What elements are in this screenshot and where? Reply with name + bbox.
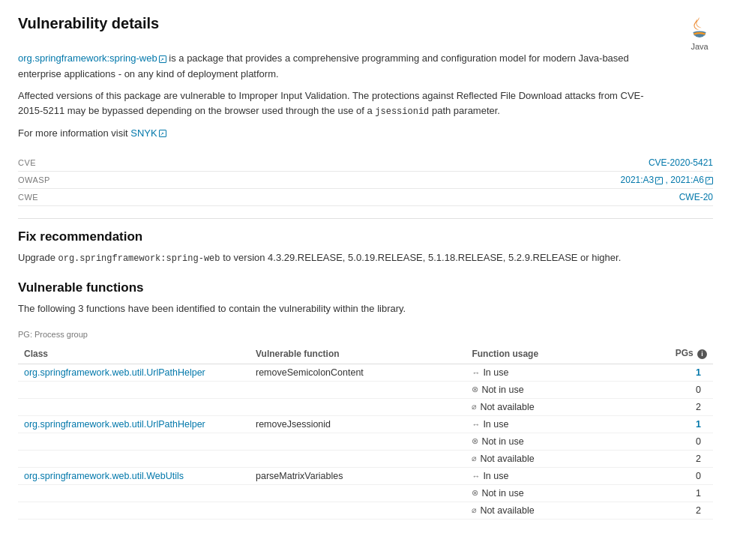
usage-icon: ⊗ [472, 385, 478, 394]
row-count: 0 [652, 467, 713, 484]
row-class [18, 398, 250, 415]
row-function [250, 484, 466, 502]
table-row: ⌀Not available2 [18, 502, 713, 519]
java-icon: Java [686, 15, 713, 51]
meta-row: CWECWE-20 [18, 189, 713, 206]
row-usage: ↔In use [466, 415, 651, 433]
usage-icon: ↔ [472, 472, 480, 481]
table-row: ⊗Not in use1 [18, 484, 713, 502]
page-title: Vulnerability details [18, 15, 159, 32]
java-label: Java [691, 42, 708, 51]
meta-row: OWASP2021:A3 , 2021:A6 [18, 172, 713, 189]
vuln-section: Vulnerable functions The following 3 fun… [18, 280, 713, 317]
table-row: org.springframework.web.util.WebUtilspar… [18, 467, 713, 484]
vuln-table-header: Class Vulnerable function Function usage… [18, 343, 713, 364]
col-function: Vulnerable function [250, 343, 466, 364]
row-usage: ⌀Not available [466, 398, 651, 415]
usage-icon: ↔ [472, 368, 480, 377]
row-count: 0 [652, 433, 713, 450]
usage-label: In use [483, 419, 508, 430]
row-function [250, 398, 466, 415]
table-row: ⌀Not available2 [18, 450, 713, 467]
fix-title: Fix recommendation [18, 229, 713, 244]
row-usage: ⌀Not available [466, 502, 651, 519]
row-function [250, 433, 466, 450]
row-usage: ↔In use [466, 364, 651, 381]
meta-key: CWE [18, 189, 70, 206]
row-count: 1 [652, 415, 713, 433]
row-class [18, 381, 250, 398]
meta-value[interactable]: CWE-20 [70, 189, 713, 206]
row-class: org.springframework.web.util.UrlPathHelp… [18, 364, 250, 381]
meta-value[interactable]: CVE-2020-5421 [70, 154, 713, 172]
row-function [250, 381, 466, 398]
usage-label: Not in use [481, 436, 523, 447]
row-count: 0 [652, 381, 713, 398]
row-count: 1 [652, 484, 713, 502]
usage-icon: ⊗ [472, 436, 478, 446]
snyk-ext-icon [159, 130, 166, 137]
usage-icon: ⊗ [472, 488, 478, 498]
table-row: ⊗Not in use0 [18, 433, 713, 450]
row-count: 2 [652, 450, 713, 467]
row-count: 1 [652, 364, 713, 381]
col-usage: Function usage [466, 343, 651, 364]
row-count: 2 [652, 398, 713, 415]
table-row: org.springframework.web.util.UrlPathHelp… [18, 415, 713, 433]
usage-label: In use [483, 367, 508, 378]
snyk-link[interactable]: SNYK [130, 127, 157, 139]
info-icon: i [697, 349, 707, 359]
row-class: org.springframework.web.util.UrlPathHelp… [18, 415, 250, 433]
row-class: org.springframework.web.util.WebUtils [18, 467, 250, 484]
row-class [18, 450, 250, 467]
row-usage: ⊗Not in use [466, 484, 651, 502]
usage-label: In use [483, 471, 508, 481]
external-link-icon [159, 55, 166, 63]
meta-value[interactable]: 2021:A3 , 2021:A6 [70, 172, 713, 189]
row-function [250, 502, 466, 519]
usage-label: Not in use [481, 488, 523, 499]
meta-key: OWASP [18, 172, 70, 189]
row-usage: ↔In use [466, 467, 651, 484]
divider-1 [18, 218, 713, 219]
row-usage: ⊗Not in use [466, 433, 651, 450]
usage-label: Not in use [481, 385, 523, 395]
vuln-description: The following 3 functions have been iden… [18, 301, 663, 317]
row-class [18, 502, 250, 519]
row-usage: ⌀Not available [466, 450, 651, 467]
ext-icon [706, 177, 713, 184]
usage-label: Not available [480, 402, 534, 412]
usage-icon: ⌀ [472, 505, 477, 515]
meta-row: CVECVE-2020-5421 [18, 154, 713, 172]
package-link[interactable]: org.springframework:spring-web [18, 52, 157, 64]
usage-icon: ⌀ [472, 402, 477, 412]
meta-key: CVE [18, 154, 70, 172]
fix-package: org.springframework:spring-web [58, 253, 220, 264]
code-jsessionid: jsessionid [375, 106, 429, 117]
row-function [250, 450, 466, 467]
col-pgs: PGs i [652, 343, 713, 364]
row-class [18, 484, 250, 502]
fix-text: Upgrade org.springframework:spring-web t… [18, 250, 713, 266]
vuln-table: Class Vulnerable function Function usage… [18, 343, 713, 519]
table-row: org.springframework.web.util.UrlPathHelp… [18, 364, 713, 381]
row-count: 2 [652, 502, 713, 519]
meta-table: CVECVE-2020-5421OWASP2021:A3 , 2021:A6CW… [18, 154, 713, 206]
description-2: Affected versions of this package are vu… [18, 90, 644, 117]
vuln-title: Vulnerable functions [18, 280, 713, 295]
pg-label: PG: Process group [18, 330, 713, 339]
row-class [18, 433, 250, 450]
usage-label: Not available [480, 505, 534, 516]
row-function: removeJsessionid [250, 415, 466, 433]
package-description: org.springframework:spring-web is a pack… [18, 51, 663, 141]
usage-icon: ↔ [472, 420, 480, 429]
row-function: parseMatrixVariables [250, 467, 466, 484]
row-usage: ⊗Not in use [466, 381, 651, 398]
usage-icon: ⌀ [472, 454, 477, 463]
col-class: Class [18, 343, 250, 364]
table-row: ⊗Not in use0 [18, 381, 713, 398]
ext-icon [655, 177, 663, 184]
fix-section: Fix recommendation Upgrade org.springfra… [18, 229, 713, 266]
usage-label: Not available [480, 454, 534, 464]
table-row: ⌀Not available2 [18, 398, 713, 415]
